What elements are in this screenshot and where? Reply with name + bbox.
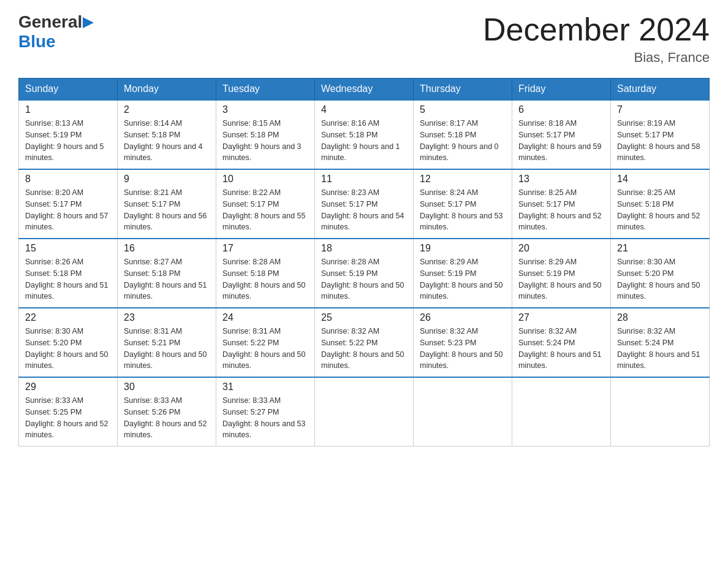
day-number: 3 — [222, 104, 308, 115]
calendar-day-cell — [611, 377, 710, 446]
calendar-week-row: 22 Sunrise: 8:30 AMSunset: 5:20 PMDaylig… — [19, 308, 710, 377]
day-info: Sunrise: 8:33 AMSunset: 5:27 PMDaylight:… — [222, 396, 306, 439]
calendar-week-row: 1 Sunrise: 8:13 AMSunset: 5:19 PMDayligh… — [19, 100, 710, 169]
calendar-day-cell: 31 Sunrise: 8:33 AMSunset: 5:27 PMDaylig… — [216, 377, 315, 446]
calendar-week-row: 8 Sunrise: 8:20 AMSunset: 5:17 PMDayligh… — [19, 169, 710, 239]
calendar-day-cell: 7 Sunrise: 8:19 AMSunset: 5:17 PMDayligh… — [611, 100, 710, 169]
day-number: 10 — [222, 174, 308, 185]
day-info: Sunrise: 8:33 AMSunset: 5:26 PMDaylight:… — [124, 396, 207, 439]
calendar-day-cell — [512, 377, 611, 446]
day-number: 15 — [25, 243, 111, 254]
day-number: 14 — [617, 174, 703, 185]
day-number: 17 — [222, 243, 308, 254]
calendar-day-cell: 3 Sunrise: 8:15 AMSunset: 5:18 PMDayligh… — [216, 100, 315, 169]
day-info: Sunrise: 8:29 AMSunset: 5:19 PMDaylight:… — [420, 258, 503, 301]
day-number: 18 — [321, 243, 407, 254]
day-number: 4 — [321, 104, 407, 115]
month-title: December 2024 — [483, 12, 710, 47]
calendar-day-cell: 13 Sunrise: 8:25 AMSunset: 5:17 PMDaylig… — [512, 169, 611, 239]
day-number: 26 — [420, 312, 506, 323]
day-info: Sunrise: 8:30 AMSunset: 5:20 PMDaylight:… — [25, 327, 108, 370]
calendar-day-cell: 8 Sunrise: 8:20 AMSunset: 5:17 PMDayligh… — [19, 169, 118, 239]
day-info: Sunrise: 8:32 AMSunset: 5:22 PMDaylight:… — [321, 327, 404, 370]
day-info: Sunrise: 8:15 AMSunset: 5:18 PMDaylight:… — [222, 119, 301, 162]
day-info: Sunrise: 8:19 AMSunset: 5:17 PMDaylight:… — [617, 119, 700, 162]
calendar-day-header: Sunday — [19, 79, 118, 101]
day-number: 28 — [617, 312, 703, 323]
day-info: Sunrise: 8:32 AMSunset: 5:23 PMDaylight:… — [420, 327, 503, 370]
day-number: 5 — [420, 104, 506, 115]
calendar-day-cell: 4 Sunrise: 8:16 AMSunset: 5:18 PMDayligh… — [315, 100, 414, 169]
calendar-day-cell — [414, 377, 512, 446]
day-number: 20 — [518, 243, 604, 254]
day-number: 1 — [25, 104, 111, 115]
day-info: Sunrise: 8:21 AMSunset: 5:17 PMDaylight:… — [124, 188, 207, 231]
day-number: 13 — [518, 174, 604, 185]
calendar-day-cell: 29 Sunrise: 8:33 AMSunset: 5:25 PMDaylig… — [19, 377, 118, 446]
calendar-day-cell: 20 Sunrise: 8:29 AMSunset: 5:19 PMDaylig… — [512, 239, 611, 308]
page-header: General Blue December 2024 Bias, France — [18, 12, 710, 66]
logo-arrow-icon — [83, 16, 96, 29]
day-info: Sunrise: 8:25 AMSunset: 5:18 PMDaylight:… — [617, 188, 700, 231]
day-number: 6 — [518, 104, 604, 115]
day-number: 24 — [222, 312, 308, 323]
calendar-day-cell: 19 Sunrise: 8:29 AMSunset: 5:19 PMDaylig… — [414, 239, 512, 308]
svg-marker-0 — [83, 17, 94, 28]
calendar-day-cell: 22 Sunrise: 8:30 AMSunset: 5:20 PMDaylig… — [19, 308, 118, 377]
calendar-day-cell: 2 Sunrise: 8:14 AMSunset: 5:18 PMDayligh… — [118, 100, 216, 169]
calendar-table: SundayMondayTuesdayWednesdayThursdayFrid… — [18, 78, 710, 446]
calendar-day-cell: 30 Sunrise: 8:33 AMSunset: 5:26 PMDaylig… — [118, 377, 216, 446]
calendar-day-cell: 27 Sunrise: 8:32 AMSunset: 5:24 PMDaylig… — [512, 308, 611, 377]
calendar-day-cell: 12 Sunrise: 8:24 AMSunset: 5:17 PMDaylig… — [414, 169, 512, 239]
calendar-day-cell: 15 Sunrise: 8:26 AMSunset: 5:18 PMDaylig… — [19, 239, 118, 308]
calendar-day-header: Friday — [512, 79, 611, 101]
day-info: Sunrise: 8:32 AMSunset: 5:24 PMDaylight:… — [617, 327, 700, 370]
day-info: Sunrise: 8:13 AMSunset: 5:19 PMDaylight:… — [25, 119, 104, 162]
day-number: 2 — [124, 104, 210, 115]
day-info: Sunrise: 8:14 AMSunset: 5:18 PMDaylight:… — [124, 119, 203, 162]
day-info: Sunrise: 8:31 AMSunset: 5:22 PMDaylight:… — [222, 327, 306, 370]
calendar-week-row: 29 Sunrise: 8:33 AMSunset: 5:25 PMDaylig… — [19, 377, 710, 446]
day-info: Sunrise: 8:31 AMSunset: 5:21 PMDaylight:… — [124, 327, 207, 370]
calendar-day-cell: 9 Sunrise: 8:21 AMSunset: 5:17 PMDayligh… — [118, 169, 216, 239]
calendar-day-cell: 6 Sunrise: 8:18 AMSunset: 5:17 PMDayligh… — [512, 100, 611, 169]
day-info: Sunrise: 8:28 AMSunset: 5:19 PMDaylight:… — [321, 258, 404, 301]
calendar-day-cell: 14 Sunrise: 8:25 AMSunset: 5:18 PMDaylig… — [611, 169, 710, 239]
calendar-day-header: Wednesday — [315, 79, 414, 101]
day-number: 29 — [25, 381, 111, 393]
calendar-day-cell: 5 Sunrise: 8:17 AMSunset: 5:18 PMDayligh… — [414, 100, 512, 169]
day-info: Sunrise: 8:27 AMSunset: 5:18 PMDaylight:… — [124, 258, 207, 301]
day-info: Sunrise: 8:33 AMSunset: 5:25 PMDaylight:… — [25, 396, 108, 439]
day-info: Sunrise: 8:22 AMSunset: 5:17 PMDaylight:… — [222, 188, 306, 231]
day-info: Sunrise: 8:17 AMSunset: 5:18 PMDaylight:… — [420, 119, 499, 162]
calendar-day-cell: 28 Sunrise: 8:32 AMSunset: 5:24 PMDaylig… — [611, 308, 710, 377]
day-number: 7 — [617, 104, 703, 115]
day-number: 9 — [124, 174, 210, 185]
calendar-day-cell: 17 Sunrise: 8:28 AMSunset: 5:18 PMDaylig… — [216, 239, 315, 308]
day-number: 12 — [420, 174, 506, 185]
logo: General Blue — [18, 12, 96, 52]
calendar-day-cell: 24 Sunrise: 8:31 AMSunset: 5:22 PMDaylig… — [216, 308, 315, 377]
calendar-header-row: SundayMondayTuesdayWednesdayThursdayFrid… — [19, 79, 710, 101]
day-info: Sunrise: 8:24 AMSunset: 5:17 PMDaylight:… — [420, 188, 503, 231]
day-info: Sunrise: 8:16 AMSunset: 5:18 PMDaylight:… — [321, 119, 400, 162]
day-number: 16 — [124, 243, 210, 254]
day-info: Sunrise: 8:32 AMSunset: 5:24 PMDaylight:… — [518, 327, 602, 370]
calendar-day-header: Thursday — [414, 79, 512, 101]
logo-blue-text: Blue — [18, 32, 56, 52]
day-number: 8 — [25, 174, 111, 185]
calendar-day-cell: 16 Sunrise: 8:27 AMSunset: 5:18 PMDaylig… — [118, 239, 216, 308]
calendar-day-cell: 26 Sunrise: 8:32 AMSunset: 5:23 PMDaylig… — [414, 308, 512, 377]
day-info: Sunrise: 8:25 AMSunset: 5:17 PMDaylight:… — [518, 188, 602, 231]
calendar-week-row: 15 Sunrise: 8:26 AMSunset: 5:18 PMDaylig… — [19, 239, 710, 308]
day-info: Sunrise: 8:20 AMSunset: 5:17 PMDaylight:… — [25, 188, 108, 231]
logo-general-text: General — [18, 12, 82, 32]
calendar-day-cell: 11 Sunrise: 8:23 AMSunset: 5:17 PMDaylig… — [315, 169, 414, 239]
calendar-day-cell: 25 Sunrise: 8:32 AMSunset: 5:22 PMDaylig… — [315, 308, 414, 377]
title-section: December 2024 Bias, France — [483, 12, 710, 66]
day-number: 11 — [321, 174, 407, 185]
calendar-day-cell: 21 Sunrise: 8:30 AMSunset: 5:20 PMDaylig… — [611, 239, 710, 308]
day-number: 23 — [124, 312, 210, 323]
day-info: Sunrise: 8:26 AMSunset: 5:18 PMDaylight:… — [25, 258, 108, 301]
calendar-day-header: Tuesday — [216, 79, 315, 101]
